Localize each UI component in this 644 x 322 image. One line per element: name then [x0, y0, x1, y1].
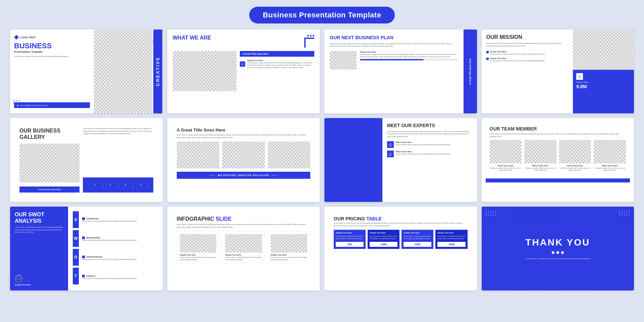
swot-w-header: WEAKNESSES	[82, 236, 158, 239]
project-label: Project Value	[576, 81, 631, 83]
pricing3-body: Lorem ipsum is simply dummy text of the …	[404, 235, 431, 240]
bullet2-label: Simple Text Here	[490, 57, 545, 59]
slide2-title-plain: WHAT	[173, 35, 189, 41]
swot-icon-label: Simple Text Here	[15, 284, 63, 286]
infographic-body: Lorem ipsum is simply dummy text of the …	[177, 223, 311, 228]
swot-w-label: WEAKNESSES	[86, 237, 101, 239]
expert2: ◫ Name Goes Here Lorem ipsum is simply d…	[387, 151, 472, 157]
slide3-side-text: A Great Title Goes Here	[469, 58, 471, 85]
member-4: Name Goes Here Contrary to popular belie…	[594, 140, 626, 172]
gallery-tab-2[interactable]: 2	[103, 182, 118, 188]
member4-name: Name Goes Here	[594, 165, 626, 167]
bullet2-body: Lorem ipsum is simply dummy text of the …	[490, 60, 545, 62]
gallery-image	[19, 144, 79, 182]
slide4-left: OUR MISSION Lorem ipsum is simply dummy …	[482, 30, 573, 113]
three-dots	[307, 35, 314, 37]
solution-text: WE PROVIDE CREATIVE SOLLUTION	[218, 174, 269, 176]
slide3-title: OUR NEXT BUSINESS PLAN	[330, 35, 458, 41]
slide4-project-bar: ◫ Project Value 9.8M	[573, 70, 634, 113]
corner-dots-tr	[619, 211, 630, 216]
slide4-right: ◫ Project Value 9.8M	[573, 30, 634, 113]
slide-swot: OUR SWOT ANALYSIS Lorem ipsum is simply …	[10, 207, 163, 290]
slide2-content: A Great Title Goes Here ◫ Simple Text He…	[173, 51, 315, 91]
slide3-content: OUR NEXT BUSINESS PLAN Lorem ipsum is si…	[324, 30, 464, 113]
cover-sub-title: Presentation Template	[14, 50, 90, 53]
swot-icon-area: ◫ Simple Text Here	[15, 274, 63, 286]
slide2-s1-label: Simple Text Here	[247, 59, 314, 61]
header-decorations	[304, 35, 314, 48]
thank-you-pattern	[482, 207, 634, 290]
swot-item-o: OPPORTUNITIES Lorem ipsum is simply dumm…	[82, 250, 158, 267]
gallery-tab-4[interactable]: 4	[133, 182, 148, 188]
slide-pricing: OUR PRICING TABLE Lorem ipsum is simply …	[324, 207, 477, 290]
slide3-bottom: Simple Text Here Lorem ipsum is simply d…	[330, 51, 458, 69]
swot-item-w: WEAKNESSES Lorem ipsum is simply dummy t…	[82, 230, 158, 248]
swot-t: T	[73, 268, 79, 284]
swot-t-bullet	[82, 275, 85, 277]
pricing-plain: OUR PRICING	[334, 216, 365, 221]
member1-desc: Contrary to popular belief, Lorem ipsum …	[490, 167, 522, 172]
team-body: Lorem ipsum is simply dummy text of the …	[490, 133, 626, 138]
project-value: 9.8M	[576, 84, 631, 89]
cover-image	[94, 30, 153, 113]
slide4-bullet1: Simple Text Here Lorem ipsum is simply d…	[486, 51, 569, 55]
slide11-inner: OUR PRICING TABLE Lorem ipsum is simply …	[329, 211, 472, 254]
info-card3-label: Simple Text Here	[271, 254, 308, 256]
swot-title: OUR SWOT ANALYSIS	[15, 211, 63, 224]
slide-business-plan: OUR NEXT BUSINESS PLAN Lorem ipsum is si…	[324, 30, 477, 113]
slide7-image	[324, 118, 382, 202]
pricing3-header: Simple Text Here	[404, 232, 431, 234]
pricing3-price: 299$	[404, 242, 431, 247]
info-card2-body: Lorem ipsum is simply dummy text of the …	[225, 256, 262, 261]
slide3-image	[330, 51, 357, 69]
gallery-space	[83, 137, 153, 178]
pricing1-header: Simple Text Here	[336, 232, 364, 234]
slide-experts: MEET OUR EXPERTS Lorem ipsum is simply d…	[324, 118, 477, 202]
member1-img	[490, 140, 522, 163]
slide2-section1: ◫ Simple Text Here Lorem ipsum is simply…	[240, 59, 314, 69]
swot-s-label: STRENGTHS	[86, 218, 99, 220]
website-icon: ◉	[17, 104, 18, 106]
slide2-title-blue: WE ARE	[190, 35, 211, 41]
corner-dots-tl	[486, 211, 496, 216]
dot-left: • • •	[210, 174, 215, 176]
info-card-1: Simple Text Here Lorem ipsum is simply d…	[177, 231, 220, 264]
info-card-2: Simple Text Here Lorem ipsum is simply d…	[222, 231, 265, 264]
expert2-body: Lorem ipsum is simply dummy text of the …	[396, 153, 451, 155]
gallery-tab-1[interactable]: 1	[88, 182, 103, 188]
slide-what-we-are: WHAT WE ARE A Great Title Goes Here ◫ Si…	[167, 30, 320, 113]
swot-t-body: Lorem ipsum is simply dummy text of the …	[82, 277, 158, 280]
slide3-text-col: Simple Text Here Lorem ipsum is simply d…	[360, 51, 458, 62]
pricing-body: Lorem ipsum is simply dummy text of the …	[334, 222, 468, 227]
member2-desc: Contrary to popular belief, Lorem ipsum …	[524, 167, 556, 172]
swot-icon: ◫	[15, 274, 23, 282]
swot-o-body: Lorem ipsum is simply dummy text of the …	[82, 258, 158, 261]
slide5-left: OUR BUSINESS GALLERY A Great Title Goes …	[19, 127, 79, 193]
pricing2-price: 199$	[370, 242, 397, 247]
swot-s: S	[73, 211, 79, 228]
slide-thank-you: THANK YOU Lorem ipsum is simply dummy te…	[482, 207, 634, 290]
slide3-progress-fill	[360, 59, 424, 60]
blue-bracket	[304, 38, 314, 48]
swot-w: W	[73, 230, 79, 247]
experts-body: Lorem ipsum is simply dummy text of the …	[387, 130, 472, 138]
swot-right-panel: S W O T STRENGTHS Lorem ipsum is simply …	[68, 207, 163, 290]
slide4-title: OUR MISSION	[486, 34, 569, 40]
slide3-progress-container	[360, 59, 458, 60]
dot-right: • • •	[272, 174, 277, 176]
bullet2-text: Simple Text Here Lorem ipsum is simply d…	[490, 57, 545, 62]
member4-img	[594, 140, 626, 163]
gallery-tab-3[interactable]: 3	[118, 182, 133, 188]
bullet1-body: Lorem ipsum is simply dummy text of the …	[490, 53, 545, 55]
info-card2-img	[225, 234, 262, 253]
pricing-card-3: Simple Text Here Lorem ipsum is simply d…	[401, 230, 433, 249]
experts-title: MEET OUR EXPERTS	[387, 123, 472, 128]
expert2-text: Name Goes Here Lorem ipsum is simply dum…	[396, 151, 451, 155]
slide-team: OUR TEAM MEMBER Lorem ipsum is simply du…	[482, 118, 634, 202]
gallery-body: Lorem ipsum is simply dummy text of the …	[83, 127, 153, 135]
slide5-inner: OUR BUSINESS GALLERY A Great Title Goes …	[15, 123, 158, 197]
pricing2-body: Lorem ipsum is simply dummy text of the …	[370, 235, 397, 240]
expert2-name: Name Goes Here	[396, 151, 451, 153]
slide6-img2	[222, 142, 265, 168]
gallery-btn[interactable]: A Great Title Goes Here	[19, 186, 79, 193]
